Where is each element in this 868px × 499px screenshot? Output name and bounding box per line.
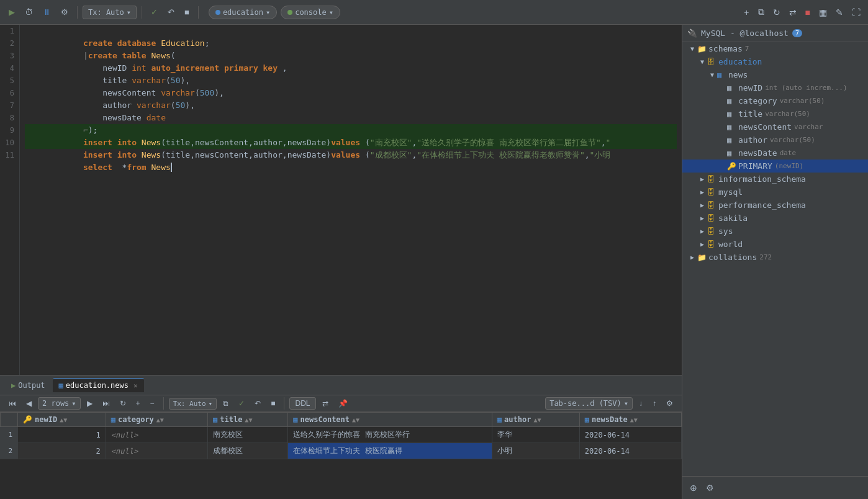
console-dot xyxy=(287,10,292,15)
tsv-label: Tab-se...d (TSV) xyxy=(549,399,622,408)
field-title-type: varchar(50) xyxy=(765,110,810,118)
stop-session-button[interactable]: ■ xyxy=(803,5,813,20)
last-row-button[interactable]: ⏭ xyxy=(99,398,114,409)
wrench-button[interactable]: ⚙ xyxy=(57,5,72,19)
stop-button[interactable]: ■ xyxy=(181,5,193,19)
table-col-icon2: ▦ xyxy=(213,415,217,424)
education-tab[interactable]: education ▾ xyxy=(209,6,277,19)
field-newscontent[interactable]: ▦ newsContent varchar xyxy=(682,120,868,133)
schemas-expand-icon: ▼ xyxy=(687,45,697,52)
close-tab-icon[interactable]: ✕ xyxy=(133,382,138,390)
cell-author-2[interactable]: 小明 xyxy=(492,443,579,459)
nav-button[interactable]: ⇄ xyxy=(787,5,799,20)
db-host-icon: 🔌 xyxy=(687,29,697,38)
output-icon: ▶ xyxy=(11,381,16,390)
th-title[interactable]: ▦ title ▲▼ xyxy=(208,413,288,427)
table-col-icon5: ▦ xyxy=(585,415,589,424)
code-editor[interactable]: 1 2 3 4 5 6 7 8 9 10 11 create database … xyxy=(0,25,682,375)
sakila-schema-item[interactable]: ▶ 🗄 sakila xyxy=(682,212,868,225)
th-category[interactable]: ▦ category ▲▼ xyxy=(106,413,207,427)
sys-schema-item[interactable]: ▶ 🗄 sys xyxy=(682,225,868,238)
pin-button[interactable]: 📌 xyxy=(335,398,351,409)
data-table-wrapper[interactable]: 🔑 newID ▲▼ ▦ category ▲▼ xyxy=(0,412,682,499)
console-tab[interactable]: console ▾ xyxy=(281,6,340,19)
th-newsdate[interactable]: ▦ newsDate ▲▼ xyxy=(579,413,681,427)
refresh-button[interactable]: ↻ xyxy=(771,5,783,20)
stop-edit-button[interactable]: ■ xyxy=(267,398,279,409)
info-label: information_schema xyxy=(718,174,806,184)
duplicate-button[interactable]: ⧉ xyxy=(756,4,767,20)
cell-category-1[interactable]: <null> xyxy=(106,427,207,443)
field-title[interactable]: ▦ title varchar(50) xyxy=(682,107,868,120)
cell-newid-1[interactable]: 1 xyxy=(18,427,106,443)
tsv-dropdown[interactable]: Tab-se...d (TSV) ▾ xyxy=(545,397,633,410)
settings-button[interactable]: ⚙ xyxy=(662,398,677,409)
sidebar-refresh-btn[interactable]: ⊕ xyxy=(687,480,700,495)
primary-key-item[interactable]: 🔑 PRIMARY (newID) xyxy=(682,160,868,173)
collations-arrow: ▶ xyxy=(687,254,697,261)
rows-dropdown[interactable]: 2 rows ▾ xyxy=(38,397,81,410)
news-table-item[interactable]: ▼ ▦ news xyxy=(682,68,868,81)
th-author[interactable]: ▦ author ▲▼ xyxy=(492,413,579,427)
field-category[interactable]: ▦ category varchar(50) xyxy=(682,94,868,107)
education-schema-item[interactable]: ▼ 🗄 education xyxy=(682,55,868,68)
delete-row-button[interactable]: − xyxy=(147,398,158,409)
th-newscontent[interactable]: ▦ newsContent ▲▼ xyxy=(288,413,492,427)
table-header-row: 🔑 newID ▲▼ ▦ category ▲▼ xyxy=(1,413,682,427)
bottom-tx-auto[interactable]: Tx: Auto ▾ xyxy=(169,398,217,410)
sidebar-settings-btn[interactable]: ⚙ xyxy=(703,480,717,495)
perf-schema-item[interactable]: ▶ 🗄 performance_schema xyxy=(682,199,868,212)
cell-title-1[interactable]: 南充校区 xyxy=(208,427,288,443)
cell-content-2[interactable]: 在体检细节上下功夫 校医院赢得 xyxy=(288,443,492,459)
schemas-count: 7 xyxy=(745,45,749,53)
sep5 xyxy=(284,397,284,410)
add-row-button[interactable]: + xyxy=(132,398,144,409)
cell-date-2[interactable]: 2020-06-14 xyxy=(579,443,681,459)
sep1 xyxy=(77,6,78,19)
th-newid[interactable]: 🔑 newID ▲▼ xyxy=(18,413,106,427)
mysql-schema-item[interactable]: ▶ 🗄 mysql xyxy=(682,186,868,199)
apply-button[interactable]: ✓ xyxy=(235,398,248,409)
undo-button[interactable]: ↶ xyxy=(164,5,178,19)
ddl-button[interactable]: DDL xyxy=(289,397,315,410)
check-button[interactable]: ✓ xyxy=(147,5,161,19)
next-row-button[interactable]: ▶ xyxy=(83,398,96,409)
education-tab-label: education xyxy=(223,8,263,17)
field-nd-icon: ▦ xyxy=(727,149,738,158)
field-newid[interactable]: ▦ newID int (auto increm...) xyxy=(682,81,868,94)
extra-button[interactable]: ⇄ xyxy=(319,398,332,409)
timer-button[interactable]: ⏱ xyxy=(21,5,37,19)
table-col-icon3: ▦ xyxy=(293,415,297,424)
cell-newid-2[interactable]: 2 xyxy=(18,443,106,459)
cell-title-2[interactable]: 成都校区 xyxy=(208,443,288,459)
refresh-data-button[interactable]: ↻ xyxy=(116,398,130,409)
tx-auto-dropdown[interactable]: Tx: Auto ▾ xyxy=(83,6,137,19)
cell-content-1[interactable]: 送给久别学子的惊喜 南充校区举行 xyxy=(288,427,492,443)
tab-output[interactable]: ▶ Output xyxy=(5,379,52,392)
cell-author-1[interactable]: 李华 xyxy=(492,427,579,443)
prev-row-button[interactable]: ◀ xyxy=(22,398,35,409)
export-button[interactable]: ↓ xyxy=(635,398,646,409)
world-schema-item[interactable]: ▶ 🗄 world xyxy=(682,238,868,251)
add-button[interactable]: + xyxy=(741,5,751,20)
output-tab-label: Output xyxy=(18,381,45,390)
field-author[interactable]: ▦ author varchar(50) xyxy=(682,133,868,146)
edit-button[interactable]: ✎ xyxy=(833,5,846,20)
connection-tabs: education ▾ console ▾ xyxy=(209,6,340,19)
field-title-label: title xyxy=(738,109,762,119)
submit-button[interactable]: ⧉ xyxy=(219,398,232,409)
information-schema-item[interactable]: ▶ 🗄 information_schema xyxy=(682,173,868,186)
revert-button[interactable]: ↶ xyxy=(251,398,264,409)
grid-button[interactable]: ▦ xyxy=(816,5,830,20)
schemas-item[interactable]: ▼ 📁 schemas 7 xyxy=(682,42,868,55)
tab-data[interactable]: ▦ education.news ✕ xyxy=(53,378,144,392)
first-row-button[interactable]: ⏮ xyxy=(5,398,20,409)
collations-item[interactable]: ▶ 📁 collations 272 xyxy=(682,251,868,264)
cell-date-1[interactable]: 2020-06-14 xyxy=(579,427,681,443)
run-button[interactable]: ▶ xyxy=(5,5,19,19)
fullscreen-button[interactable]: ⛶ xyxy=(849,5,863,20)
cell-category-2[interactable]: <null> xyxy=(106,443,207,459)
field-newsdate[interactable]: ▦ newsDate date xyxy=(682,146,868,160)
pause-button[interactable]: ⏸ xyxy=(39,5,55,19)
import-button[interactable]: ↑ xyxy=(649,398,660,409)
